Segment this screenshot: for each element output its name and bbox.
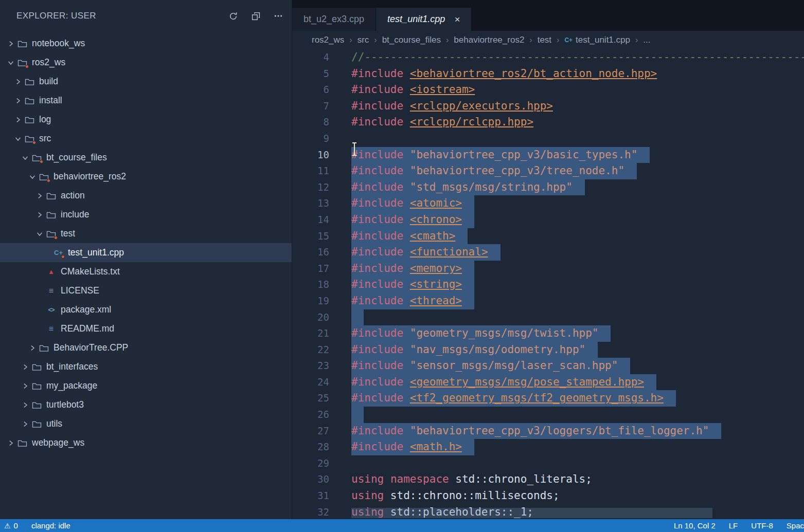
tree-item-CMakeLists.txt[interactable]: ▲CMakeLists.txt	[0, 262, 292, 281]
tree-item-log[interactable]: log	[0, 110, 292, 129]
tree-item-behaviortree_ros2[interactable]: behaviortree_ros2	[0, 167, 292, 186]
refresh-icon[interactable]	[228, 11, 238, 21]
line-number[interactable]: 17	[292, 261, 329, 277]
tree-item-install[interactable]: install	[0, 91, 292, 110]
line-number[interactable]: 5	[292, 66, 329, 82]
breadcrumb-item[interactable]: test	[538, 35, 551, 45]
chevron-right-icon[interactable]	[6, 39, 15, 48]
code-line-10[interactable]: 10#include "behaviortree_cpp_v3/basic_ty…	[292, 147, 804, 163]
code-line-20[interactable]: 20	[292, 309, 804, 326]
code-line-28[interactable]: 28#include <math.h>	[292, 439, 804, 455]
breadcrumb-item[interactable]: src	[358, 35, 369, 45]
line-number[interactable]: 16	[292, 244, 329, 261]
chevron-right-icon[interactable]	[6, 438, 15, 448]
tree-item-LICENSE[interactable]: ≡LICENSE	[0, 281, 292, 300]
close-icon[interactable]: ×	[454, 14, 460, 25]
code-line-11[interactable]: 11#include "behaviortree_cpp_v3/tree_nod…	[292, 163, 804, 179]
line-number[interactable]: 8	[292, 114, 329, 131]
line-number[interactable]: 30	[292, 471, 329, 488]
tree-item-turtlebot3[interactable]: turtlebot3	[0, 395, 292, 414]
line-number[interactable]: 15	[292, 228, 329, 245]
more-actions-icon[interactable]	[273, 11, 283, 21]
chevron-right-icon[interactable]	[13, 96, 23, 105]
code-line-19[interactable]: 19#include <thread>	[292, 293, 804, 309]
tree-item-src[interactable]: src	[0, 129, 292, 148]
code-line-18[interactable]: 18#include <string>	[292, 277, 804, 293]
eol-indicator[interactable]: LF	[729, 521, 738, 530]
code-line-30[interactable]: 30using namespace std::chrono_literals;	[292, 471, 804, 488]
code-line-24[interactable]: 24#include <geometry_msgs/msg/pose_stamp…	[292, 374, 804, 391]
tree-item-build[interactable]: build	[0, 72, 292, 91]
breadcrumb-item[interactable]: ros2_ws	[312, 35, 344, 45]
code-line-5[interactable]: 5#include <behaviortree_ros2/bt_action_n…	[292, 66, 804, 82]
line-number[interactable]: 32	[292, 504, 329, 519]
code-line-6[interactable]: 6#include <iostream>	[292, 82, 804, 98]
line-number[interactable]: 7	[292, 98, 329, 115]
collapse-folders-icon[interactable]	[251, 11, 261, 21]
chevron-right-icon[interactable]	[13, 77, 23, 86]
line-number[interactable]: 4	[292, 49, 329, 66]
code-line-26[interactable]: 26	[292, 407, 804, 423]
problems-indicator[interactable]: ⚠ 0	[4, 521, 18, 530]
code-line-16[interactable]: 16#include <functional>	[292, 244, 804, 261]
tab-test_unit1.cpp[interactable]: test_unit1.cpp×	[376, 8, 472, 31]
line-number[interactable]: 23	[292, 358, 329, 374]
line-number[interactable]: 21	[292, 325, 329, 342]
tree-item-test_unit1.cpp[interactable]: C+test_unit1.cpp	[0, 243, 292, 262]
clangd-status[interactable]: clangd: idle	[31, 521, 70, 530]
breadcrumb-item[interactable]: C+test_unit1.cpp	[564, 35, 630, 45]
chevron-right-icon[interactable]	[21, 419, 30, 429]
cursor-position[interactable]: Ln 10, Col 2	[674, 521, 716, 530]
line-number[interactable]: 28	[292, 439, 329, 455]
line-number[interactable]: 20	[292, 309, 329, 326]
chevron-down-icon[interactable]	[13, 134, 23, 143]
chevron-right-icon[interactable]	[35, 191, 44, 200]
line-number[interactable]: 22	[292, 342, 329, 358]
tree-item-bt_course_files[interactable]: bt_course_files	[0, 148, 292, 167]
code-line-23[interactable]: 23#include "sensor_msgs/msg/laser_scan.h…	[292, 358, 804, 374]
chevron-right-icon[interactable]	[13, 115, 23, 124]
code-line-13[interactable]: 13#include <atomic>	[292, 195, 804, 212]
breadcrumb-item[interactable]: ...	[643, 35, 650, 45]
line-number[interactable]: 29	[292, 455, 329, 472]
encoding-indicator[interactable]: UTF-8	[751, 521, 773, 530]
chevron-down-icon[interactable]	[35, 229, 44, 239]
tree-item-bt_interfaces[interactable]: bt_interfaces	[0, 357, 292, 376]
code-line-14[interactable]: 14#include <chrono>	[292, 212, 804, 228]
code-line-12[interactable]: 12#include "std_msgs/msg/string.hpp"	[292, 179, 804, 196]
tree-item-notebook_ws[interactable]: notebook_ws	[0, 34, 292, 53]
line-number[interactable]: 10	[292, 147, 329, 163]
code-area[interactable]: 4//-------------------------------------…	[292, 49, 804, 519]
tree-item-test[interactable]: test	[0, 224, 292, 243]
chevron-right-icon[interactable]	[35, 210, 44, 219]
line-number[interactable]: 9	[292, 131, 329, 147]
code-line-22[interactable]: 22#include "nav_msgs/msg/odometry.hpp"	[292, 342, 804, 358]
code-line-17[interactable]: 17#include <memory>	[292, 261, 804, 277]
code-line-15[interactable]: 15#include <cmath>	[292, 228, 804, 245]
code-line-29[interactable]: 29	[292, 455, 804, 472]
line-number[interactable]: 25	[292, 390, 329, 407]
breadcrumb-item[interactable]: bt_course_files	[382, 35, 441, 45]
line-number[interactable]: 18	[292, 277, 329, 293]
line-number[interactable]: 14	[292, 212, 329, 228]
code-line-25[interactable]: 25#include <tf2_geometry_msgs/tf2_geomet…	[292, 390, 804, 407]
chevron-down-icon[interactable]	[28, 172, 37, 181]
tree-item-action[interactable]: action	[0, 186, 292, 205]
line-number[interactable]: 26	[292, 407, 329, 423]
code-line-27[interactable]: 27#include "behaviortree_cpp_v3/loggers/…	[292, 423, 804, 439]
tree-item-include[interactable]: include	[0, 205, 292, 224]
line-number[interactable]: 6	[292, 82, 329, 98]
chevron-right-icon[interactable]	[21, 381, 30, 391]
tab-bt_u2_ex3.cpp[interactable]: bt_u2_ex3.cpp	[292, 8, 376, 31]
breadcrumb-item[interactable]: behaviortree_ros2	[454, 35, 524, 45]
indentation-indicator[interactable]: Spac	[787, 521, 804, 530]
horizontal-scrollbar[interactable]	[351, 508, 712, 518]
chevron-right-icon[interactable]	[21, 362, 30, 372]
line-number[interactable]: 27	[292, 423, 329, 439]
tree-item-my_package[interactable]: my_package	[0, 376, 292, 395]
chevron-right-icon[interactable]	[28, 343, 37, 353]
tree-item-README.md[interactable]: ≡README.md	[0, 319, 292, 338]
chevron-right-icon[interactable]	[21, 400, 30, 410]
line-number[interactable]: 13	[292, 195, 329, 212]
code-line-21[interactable]: 21#include "geometry_msgs/msg/twist.hpp"	[292, 325, 804, 342]
